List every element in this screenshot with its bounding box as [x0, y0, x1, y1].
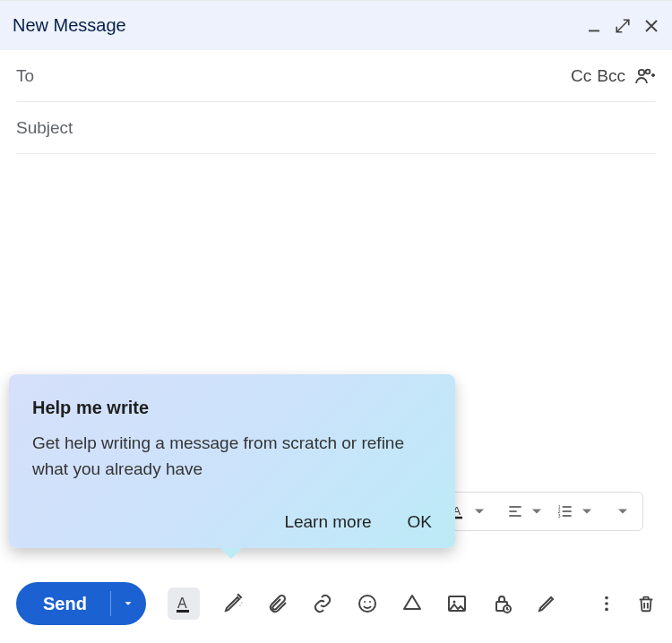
insert-link-button[interactable] — [311, 592, 334, 615]
help-me-write-tooltip: Help me write Get help writing a message… — [9, 374, 455, 548]
compose-fields: To Cc Bcc Subject — [0, 50, 672, 154]
close-icon[interactable] — [643, 18, 659, 34]
compose-titlebar: New Message — [0, 0, 672, 50]
svg-point-19 — [605, 602, 608, 605]
svg-point-20 — [605, 608, 608, 612]
minimize-icon[interactable] — [586, 18, 602, 34]
svg-point-18 — [605, 596, 608, 600]
insert-photo-button[interactable] — [445, 592, 469, 615]
svg-point-9 — [239, 605, 240, 606]
compose-title: New Message — [13, 15, 126, 36]
add-recipients-icon[interactable] — [634, 65, 656, 87]
formatting-toolbar: A 1 2 3 — [437, 492, 643, 531]
svg-point-11 — [359, 596, 375, 612]
ok-button[interactable]: OK — [408, 512, 432, 532]
more-options-button[interactable] — [597, 594, 616, 613]
send-options-button[interactable] — [110, 582, 146, 625]
send-button[interactable]: Send — [16, 582, 110, 625]
list-button[interactable]: 1 2 3 — [553, 499, 599, 524]
confidential-mode-button[interactable] — [490, 592, 513, 615]
help-me-write-button[interactable] — [221, 592, 245, 615]
svg-point-15 — [452, 601, 455, 604]
learn-more-button[interactable]: Learn more — [284, 512, 371, 532]
formatting-options-button[interactable]: A — [168, 587, 200, 620]
titlebar-actions — [586, 18, 659, 34]
insert-signature-button[interactable] — [535, 592, 558, 615]
svg-point-13 — [369, 601, 371, 603]
more-formatting-button[interactable] — [610, 499, 635, 524]
insert-drive-button[interactable] — [401, 592, 424, 615]
svg-point-10 — [241, 603, 242, 604]
send-button-group: Send — [16, 582, 146, 625]
subject-placeholder: Subject — [16, 118, 73, 138]
bcc-button[interactable]: Bcc — [597, 66, 625, 86]
tooltip-body: Get help writing a message from scratch … — [32, 431, 432, 482]
svg-rect-0 — [589, 30, 599, 31]
fullscreen-icon[interactable] — [615, 18, 631, 34]
insert-emoji-button[interactable] — [356, 592, 379, 615]
compose-toolbar: A — [168, 587, 558, 620]
tooltip-title: Help me write — [32, 398, 432, 418]
to-field-row[interactable]: To Cc Bcc — [16, 50, 656, 102]
svg-point-2 — [646, 69, 650, 73]
compose-bottom-bar: Send A — [0, 580, 672, 627]
text-format-glyph: A — [177, 596, 187, 611]
discard-draft-button[interactable] — [636, 594, 656, 613]
bottom-right-actions — [597, 594, 656, 613]
svg-rect-8 — [177, 610, 189, 613]
svg-point-12 — [364, 601, 366, 603]
tooltip-actions: Learn more OK — [284, 512, 432, 532]
attach-file-button[interactable] — [266, 592, 289, 615]
cc-button[interactable]: Cc — [571, 66, 591, 86]
svg-point-1 — [639, 69, 644, 74]
subject-field-row[interactable]: Subject — [16, 102, 656, 154]
svg-text:3: 3 — [558, 513, 561, 519]
to-label: To — [16, 66, 34, 86]
cc-bcc-group: Cc Bcc — [571, 65, 656, 87]
align-button[interactable] — [503, 499, 549, 524]
